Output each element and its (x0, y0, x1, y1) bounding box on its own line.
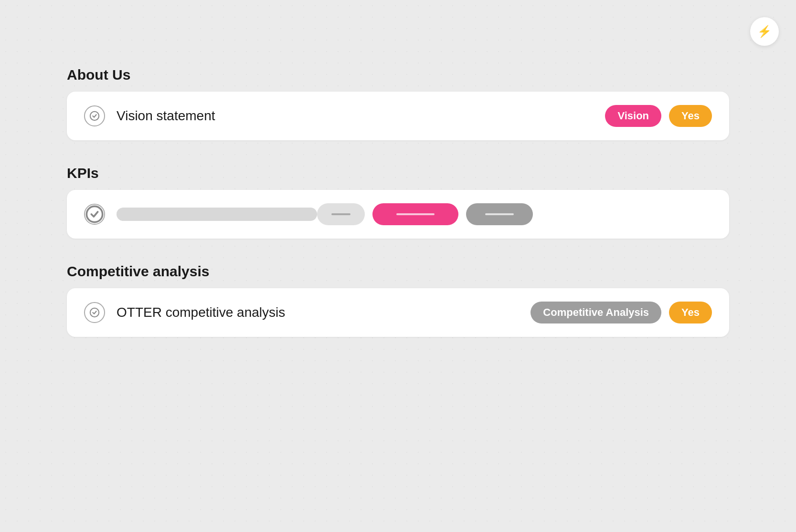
yes-gold-tag[interactable]: Yes (669, 302, 712, 323)
about-us-header: About Us (67, 67, 729, 83)
lightning-action-button[interactable]: ⚡ (750, 17, 779, 46)
vision-statement-card: Vision statement Vision Yes (67, 92, 729, 140)
kpis-section: KPIs (67, 165, 729, 239)
vision-tag[interactable]: Vision (605, 105, 661, 127)
vision-statement-check[interactable] (84, 105, 105, 126)
svg-point-0 (90, 112, 99, 120)
kpis-header: KPIs (67, 165, 729, 181)
kpi-check[interactable] (84, 204, 105, 225)
kpi-gray-line (331, 213, 350, 215)
yes-orange-tag[interactable]: Yes (669, 105, 712, 127)
kpi-dark-line (485, 213, 514, 215)
svg-point-2 (90, 308, 99, 317)
competitive-analysis-section: Competitive analysis OTTER competitive a… (67, 263, 729, 337)
kpi-tag-pink[interactable] (372, 203, 458, 225)
otter-competitive-card: OTTER competitive analysis Competitive A… (67, 288, 729, 337)
vision-statement-label: Vision statement (117, 108, 605, 124)
competitive-analysis-tag[interactable]: Competitive Analysis (531, 302, 661, 323)
page-content: About Us Vision statement Vision Yes KPI… (0, 0, 796, 337)
competitive-analysis-header: Competitive analysis (67, 263, 729, 280)
competitive-tags: Competitive Analysis Yes (531, 302, 712, 323)
otter-check[interactable] (84, 302, 105, 323)
kpi-tags (317, 203, 533, 225)
svg-point-1 (86, 206, 102, 222)
vision-statement-tags: Vision Yes (605, 105, 712, 127)
otter-label: OTTER competitive analysis (117, 305, 531, 320)
kpi-card (67, 190, 729, 239)
kpi-tag-gray[interactable] (317, 203, 365, 225)
kpi-tag-dark-gray[interactable] (466, 203, 533, 225)
kpi-blurred-text (117, 208, 317, 221)
kpi-pink-line (396, 213, 435, 215)
lightning-icon: ⚡ (757, 25, 772, 38)
about-us-section: About Us Vision statement Vision Yes (67, 67, 729, 140)
